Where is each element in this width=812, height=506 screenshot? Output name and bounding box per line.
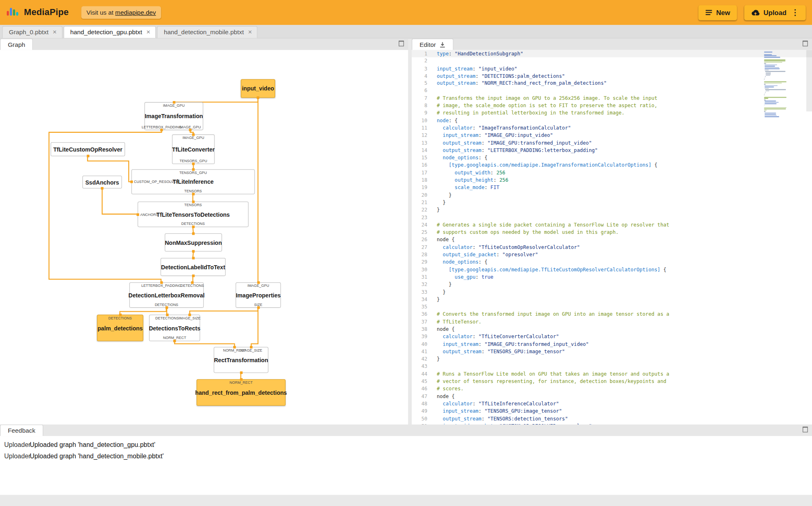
code-line[interactable]: 8# image, the scale_mode option is set t… xyxy=(412,102,812,110)
new-button[interactable]: New xyxy=(699,5,737,20)
code-line[interactable]: 38node { xyxy=(412,326,812,333)
port-label: TENSORS xyxy=(184,189,202,193)
graph-node-ImageTransformation[interactable]: ImageTransformationIMAGE_GPULETTERBOX_PA… xyxy=(144,102,203,130)
code-line[interactable]: 18 output_height: 256 xyxy=(412,176,812,184)
line-number: 35 xyxy=(412,303,432,310)
code-line[interactable]: 20 } xyxy=(412,191,812,199)
code-line[interactable]: 12 input_stream: "IMAGE_GPU:input_video" xyxy=(412,132,812,139)
graph-node-NonMaxSuppression[interactable]: NonMaxSuppression xyxy=(165,233,222,252)
code-line[interactable]: 11 calculator: "ImageTransformationCalcu… xyxy=(412,125,812,132)
file-tab[interactable]: hand_detection_gpu.pbtxt× xyxy=(64,26,156,38)
tab-close-icon[interactable]: × xyxy=(248,30,252,35)
code-line[interactable]: 42} xyxy=(412,355,812,363)
code-line[interactable]: 44# Runs a TensorFlow Lite model on GPU … xyxy=(412,370,812,378)
code-line[interactable]: 7# Transforms the input image on GPU to … xyxy=(412,95,812,102)
code-line[interactable]: 45# vector of tensors representing, for … xyxy=(412,378,812,385)
graph-canvas[interactable]: input_videoImageTransformationIMAGE_GPUL… xyxy=(0,50,408,425)
code-line[interactable]: 33 } xyxy=(412,288,812,296)
code-line[interactable]: 48 calculator: "TfLiteInferenceCalculato… xyxy=(412,400,812,407)
file-tab[interactable]: Graph_0.pbtxt× xyxy=(2,26,62,38)
code-line[interactable]: 43 xyxy=(412,363,812,370)
graph-node-ImageProperties[interactable]: ImagePropertiesIMAGE_GPUSIZE xyxy=(236,282,281,308)
upload-button[interactable]: Upload ⋮ xyxy=(744,5,806,20)
feedback-source: Uploader xyxy=(4,453,30,460)
code-line[interactable]: 23 xyxy=(412,214,812,221)
graph-node-DetectionLabelIdToText[interactable]: DetectionLabelIdToText xyxy=(161,258,226,276)
code-line[interactable]: 24# Generates a single side packet conta… xyxy=(412,221,812,229)
code-line[interactable]: 5output_stream: "NORM_RECT:hand_rect_fro… xyxy=(412,80,812,87)
tab-graph[interactable]: Graph xyxy=(0,39,33,50)
tab-close-icon[interactable]: × xyxy=(146,30,150,35)
code-line[interactable]: 32 } xyxy=(412,281,812,288)
code-line[interactable]: 26node { xyxy=(412,236,812,244)
code-line[interactable]: 22} xyxy=(412,207,812,214)
tab-editor[interactable]: Editor xyxy=(412,39,454,50)
graph-node-palm_detections[interactable]: palm_detectionsDETECTIONS xyxy=(97,315,143,341)
code-line[interactable]: 46# scores. xyxy=(412,385,812,392)
code-line[interactable]: 41 output_stream: "TENSORS_GPU:image_ten… xyxy=(412,348,812,355)
code-line[interactable]: 19 scale_mode: FIT xyxy=(412,184,812,191)
code-line[interactable]: 34} xyxy=(412,296,812,303)
tab-feedback[interactable]: Feedback xyxy=(0,425,43,436)
code-line[interactable]: 15 node_options: { xyxy=(412,154,812,162)
graph-node-hand_rect_from_palm_detections[interactable]: hand_rect_from_palm_detectionsNORM_RECT xyxy=(196,379,286,406)
graph-node-RectTransformation[interactable]: RectTransformationNORM_RECTIMAGE_SIZE xyxy=(214,347,268,373)
mediapipe-dev-link[interactable]: mediapipe.dev xyxy=(115,9,156,16)
editor-popout-icon[interactable] xyxy=(803,41,808,46)
graph-node-DetectionLetterboxRemoval[interactable]: DetectionLetterboxRemovalLETTERBOX_PADDI… xyxy=(129,282,204,308)
code-line[interactable]: 13 output_stream: "IMAGE_GPU:transformed… xyxy=(412,139,812,147)
code-text: output_stream: "IMAGE_GPU:transformed_in… xyxy=(432,139,592,147)
code-line[interactable]: 40 input_stream: "IMAGE_GPU:transformed_… xyxy=(412,341,812,348)
graph-node-TfLiteCustomOpResolver[interactable]: TfLiteCustomOpResolver xyxy=(51,142,125,156)
code-line[interactable]: 36# Converts the transformed input image… xyxy=(412,311,812,318)
code-line[interactable]: 50 output_stream: "TENSORS:detection_ten… xyxy=(412,415,812,422)
code-line[interactable]: 35 xyxy=(412,303,812,310)
graph-node-DetectionsToRects[interactable]: DetectionsToRectsDETECTIONSIMAGE_SIZENOR… xyxy=(149,315,200,341)
port-connector xyxy=(257,281,259,284)
code-line[interactable]: 1type: "HandDetectionSubgraph" xyxy=(412,50,812,57)
tab-close-icon[interactable]: × xyxy=(53,30,57,35)
code-line[interactable]: 9# resulting in potential letterboxing i… xyxy=(412,110,812,117)
code-line[interactable]: 28 output_side_packet: "opresolver" xyxy=(412,251,812,258)
graph-node-input_video[interactable]: input_video xyxy=(241,79,275,98)
upload-menu-icon[interactable]: ⋮ xyxy=(791,10,799,15)
code-line[interactable]: 16 [type.googleapis.com/mediapipe.ImageT… xyxy=(412,162,812,169)
feedback-popout-icon[interactable] xyxy=(803,427,808,432)
graph-node-TfLiteConverter[interactable]: TfLiteConverterIMAGE_GPUTENSORS_GPU xyxy=(172,134,215,164)
code-line[interactable]: 10node: { xyxy=(412,117,812,124)
code-line[interactable]: 3input_stream: "input_video" xyxy=(412,65,812,72)
graph-node-TfLiteTensorsToDetections[interactable]: TfLiteTensorsToDetectionsTENSORSDETECTIO… xyxy=(138,202,249,227)
code-line[interactable]: 4output_stream: "DETECTIONS:palm_detecti… xyxy=(412,73,812,80)
code-line[interactable]: 30 [type.googleapis.com/mediapipe.TfLite… xyxy=(412,266,812,273)
editor-scrollbar[interactable] xyxy=(806,50,812,112)
code-text: node { xyxy=(432,393,455,400)
code-line[interactable]: 47node { xyxy=(412,393,812,400)
file-tab[interactable]: hand_detection_mobile.pbtxt× xyxy=(157,26,258,38)
code-text: input_stream: "IMAGE_GPU:transformed_inp… xyxy=(432,341,589,348)
editor-minimap[interactable] xyxy=(764,52,805,118)
code-text: # vector of tensors representing, for in… xyxy=(432,378,666,385)
code-line[interactable]: 29 node_options: { xyxy=(412,259,812,266)
port-label: NORM_RECT xyxy=(163,336,186,340)
code-text: scale_mode: FIT xyxy=(432,184,499,191)
download-icon[interactable] xyxy=(439,42,446,48)
code-line[interactable]: 49 input_stream: "TENSORS_GPU:image_tens… xyxy=(412,407,812,415)
code-line[interactable]: 51 input_side_packet: "CUSTOM_OP_RESOLVE… xyxy=(412,422,812,425)
code-line[interactable]: 14 output_stream: "LETTERBOX_PADDING:let… xyxy=(412,147,812,154)
code-line[interactable]: 21 } xyxy=(412,199,812,206)
graph-node-TfLiteInference[interactable]: TfLiteInferenceTENSORS_GPUTENSORSCUSTOM_… xyxy=(131,169,255,194)
code-line[interactable]: 31 use_gpu: true xyxy=(412,273,812,281)
graph-node-SsdAnchors[interactable]: SsdAnchors xyxy=(82,176,122,189)
code-line[interactable]: 2 xyxy=(412,57,812,65)
code-line[interactable]: 37# TfLiteTensor. xyxy=(412,318,812,326)
code-line[interactable]: 6 xyxy=(412,87,812,95)
code-line[interactable]: 39 calculator: "TfLiteConverterCalculato… xyxy=(412,333,812,340)
code-line[interactable]: 25# supports custom ops needed by the mo… xyxy=(412,229,812,236)
code-line[interactable]: 27 calculator: "TfLiteCustomOpResolverCa… xyxy=(412,244,812,251)
graph-popout-icon[interactable] xyxy=(399,41,404,46)
code-editor[interactable]: 1type: "HandDetectionSubgraph"2 3input_s… xyxy=(412,50,812,425)
visit-prefix: Visit us at xyxy=(86,9,113,16)
feedback-panel-strip: Feedback xyxy=(0,425,812,436)
code-text: [type.googleapis.com/mediapipe.TfLiteCus… xyxy=(432,266,666,273)
code-line[interactable]: 17 output_width: 256 xyxy=(412,169,812,176)
